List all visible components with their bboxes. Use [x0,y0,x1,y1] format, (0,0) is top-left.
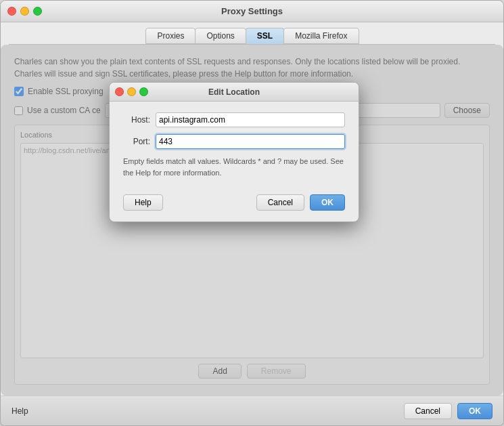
port-input[interactable] [156,134,345,149]
title-bar: Proxy Settings [1,1,503,22]
modal-close-button[interactable] [115,87,124,96]
help-link[interactable]: Help [12,406,28,416]
window-controls [7,7,42,16]
tab-proxies[interactable]: Proxies [145,28,196,44]
host-label: Host: [123,115,150,125]
bottom-actions: Cancel OK [404,403,492,419]
port-row: Port: [123,134,345,149]
modal-maximize-button[interactable] [139,87,148,96]
minimize-button[interactable] [20,7,29,16]
cancel-button[interactable]: Cancel [404,403,452,419]
modal-cancel-button[interactable]: Cancel [256,194,304,211]
edit-location-modal: Edit Location Host: Port: Empty fields m… [109,82,359,222]
host-row: Host: [123,112,345,127]
close-button[interactable] [7,7,16,16]
modal-title-bar: Edit Location [110,83,359,102]
host-input[interactable] [156,112,345,127]
modal-actions: Help Cancel OK [110,189,359,221]
tab-ssl[interactable]: SSL [246,28,284,44]
modal-window-controls [115,87,148,96]
port-label: Port: [123,137,150,146]
modal-ok-button[interactable]: OK [310,194,345,211]
modal-minimize-button[interactable] [127,87,136,96]
window-title: Proxy Settings [221,6,283,16]
bottom-bar: Help Cancel OK [1,396,503,425]
main-window: Proxy Settings Proxies Options SSL Mozil… [0,0,504,426]
tab-firefox[interactable]: Mozilla Firefox [283,28,359,44]
maximize-button[interactable] [33,7,42,16]
ok-button[interactable]: OK [457,403,492,419]
modal-help-button[interactable]: Help [123,194,163,211]
modal-body: Host: Port: Empty fields match all value… [110,102,359,189]
modal-title: Edit Location [208,87,260,97]
tab-options[interactable]: Options [195,28,246,44]
modal-hint: Empty fields match all values. Wildcards… [123,156,345,178]
tab-bar: Proxies Options SSL Mozilla Firefox [1,22,503,44]
